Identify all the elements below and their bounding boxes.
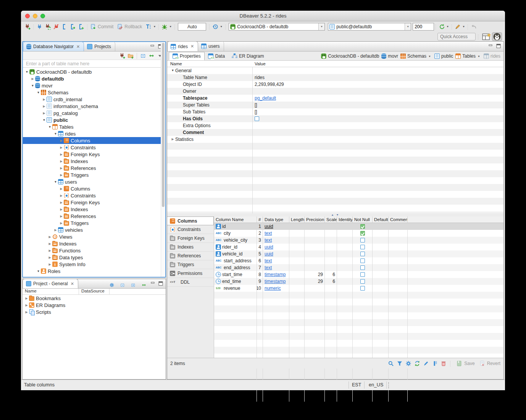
compare-dropdown-arrow[interactable]: ▼ (462, 25, 465, 28)
breadcrumb-item[interactable]: Schemas▼ (400, 53, 432, 59)
horizontal-sash[interactable]: ▲ ▼ (167, 213, 503, 216)
ordinal-cell[interactable]: 8 (257, 271, 263, 278)
project-minimize-button[interactable] (150, 281, 156, 289)
data-type-link[interactable]: text (265, 237, 272, 244)
data-type-link[interactable]: timestamp (265, 271, 286, 278)
tree-item[interactable]: ▼rides (23, 130, 165, 137)
comment-cell[interactable] (389, 264, 408, 271)
length-cell[interactable] (289, 271, 305, 278)
comment-cell[interactable] (389, 230, 408, 237)
data-type-cell[interactable]: uuid (263, 223, 289, 230)
open-perspective-button[interactable]: ★ (481, 32, 491, 41)
ordinal-cell[interactable]: 7 (257, 264, 263, 271)
not-null-checkbox[interactable] (360, 252, 365, 256)
subtab-properties[interactable]: Properties (169, 52, 205, 60)
not-null-cell[interactable] (353, 257, 373, 264)
ordinal-cell[interactable]: 10 (257, 285, 263, 292)
expanded-arrow-icon[interactable]: ▼ (47, 125, 52, 129)
ordinal-cell[interactable]: 6 (257, 257, 263, 264)
default-cell[interactable] (373, 223, 389, 230)
identity-cell[interactable] (337, 237, 353, 244)
grid-col-header[interactable]: Column Name (214, 216, 257, 223)
detail-tab-foreign-keys[interactable]: Foreign Keys (167, 234, 214, 243)
ordinal-cell[interactable]: 3 (257, 237, 263, 244)
close-project-tab-icon[interactable]: ✕ (71, 281, 74, 286)
not-null-cell[interactable] (353, 278, 373, 285)
properties-name-header[interactable]: Name (167, 61, 252, 67)
length-cell[interactable] (289, 223, 305, 230)
tree-item[interactable]: ▶Constraints (23, 192, 165, 199)
property-row[interactable]: ▶Statistics (167, 136, 503, 143)
default-cell[interactable] (373, 285, 389, 292)
column-name-cell[interactable]: start_time (214, 271, 257, 278)
tree-item[interactable]: ▼Tables (23, 123, 165, 130)
project-expand-all-button[interactable] (129, 281, 137, 289)
column-name-cell[interactable]: vehicle_id (214, 250, 257, 257)
subtab-er-diagram[interactable]: ER Diagram (228, 52, 267, 60)
ordinal-cell[interactable]: 1 (257, 223, 263, 230)
expanded-arrow-icon[interactable]: ▼ (36, 91, 41, 94)
scale-cell[interactable] (325, 244, 337, 250)
data-type-cell[interactable]: numeric (263, 285, 289, 292)
sync-dropdown-arrow[interactable]: ▼ (446, 25, 449, 28)
commit-mode-combo[interactable]: Auto (178, 23, 206, 31)
property-row[interactable]: Has Oids (167, 115, 503, 122)
project-link-editor-button[interactable] (140, 281, 148, 289)
data-type-cell[interactable]: uuid (263, 244, 289, 250)
collapsed-arrow-icon[interactable]: ▶ (47, 249, 52, 252)
not-null-checkbox[interactable] (360, 258, 365, 263)
not-null-cell[interactable] (353, 230, 373, 237)
not-null-checkbox[interactable] (360, 224, 365, 229)
property-row[interactable]: Super Tables[] (167, 102, 503, 108)
property-row[interactable]: ▼General (167, 67, 503, 74)
tree-item[interactable]: ▶pg_catalog (23, 110, 165, 116)
ordinal-cell[interactable]: 9 (257, 278, 263, 285)
compare-button[interactable] (453, 23, 462, 31)
property-row[interactable]: Sub Tables[] (167, 108, 503, 115)
column-name-cell[interactable]: vehicle_city (214, 237, 257, 244)
disconnect-button[interactable] (52, 23, 60, 31)
collapsed-arrow-icon[interactable]: ▶ (47, 242, 52, 246)
collapsed-arrow-icon[interactable]: ▶ (59, 160, 64, 163)
project-settings-button[interactable] (108, 281, 116, 289)
length-cell[interactable] (289, 285, 305, 292)
default-cell[interactable] (373, 244, 389, 250)
column-name-cell[interactable]: rider_id (214, 244, 257, 250)
precision-cell[interactable] (305, 244, 325, 250)
breadcrumb-item[interactable]: CockroachDB - defaultdb (321, 53, 379, 59)
active-schema-combo[interactable]: public@defaultdb ▼ (328, 23, 411, 31)
project-maximize-button[interactable] (158, 281, 163, 289)
rollback-button[interactable]: Rollback (124, 24, 142, 29)
tree-item[interactable]: ▼public (23, 116, 165, 123)
breadcrumb-item[interactable]: public (434, 53, 453, 59)
subtab-data[interactable]: Data (205, 52, 228, 60)
table-row[interactable]: id1uuid (214, 223, 503, 230)
collapsed-arrow-icon[interactable]: ▶ (53, 228, 58, 232)
data-type-cell[interactable]: timestamp (263, 278, 289, 285)
not-null-checkbox[interactable] (360, 245, 365, 249)
tree-item[interactable]: ▶Functions (23, 247, 165, 254)
tree-item[interactable]: ▶Foreign Keys (23, 199, 165, 206)
collapsed-arrow-icon[interactable]: ▶ (42, 105, 47, 108)
property-row[interactable]: Extra Options (167, 122, 503, 129)
collapsed-arrow-icon[interactable]: ▶ (59, 215, 64, 218)
back-button[interactable] (470, 23, 478, 31)
collapsed-arrow-icon[interactable]: ▶ (59, 153, 64, 156)
grid-col-header[interactable]: Precision (305, 216, 325, 223)
connection-combo-arrow[interactable]: ▼ (318, 23, 324, 30)
transaction-log-button[interactable] (144, 23, 153, 31)
comment-cell[interactable] (389, 237, 408, 244)
rollback-icon[interactable] (116, 23, 124, 31)
precision-cell[interactable]: 29 (305, 278, 325, 285)
collapsed-arrow-icon[interactable]: ▶ (30, 77, 35, 81)
detail-tab-indexes[interactable]: Indexes (167, 243, 214, 252)
grid-col-header[interactable]: Default (373, 216, 389, 223)
collapsed-arrow-icon[interactable]: ▶ (59, 194, 64, 197)
scale-cell[interactable]: 6 (325, 278, 337, 285)
grid-col-header[interactable]: Data type (263, 216, 289, 223)
precision-cell[interactable] (305, 230, 325, 237)
collapsed-arrow-icon[interactable]: ▶ (59, 173, 64, 177)
tree-item[interactable]: ▶Triggers (23, 220, 165, 226)
default-cell[interactable] (373, 257, 389, 264)
precision-cell[interactable] (305, 250, 325, 257)
